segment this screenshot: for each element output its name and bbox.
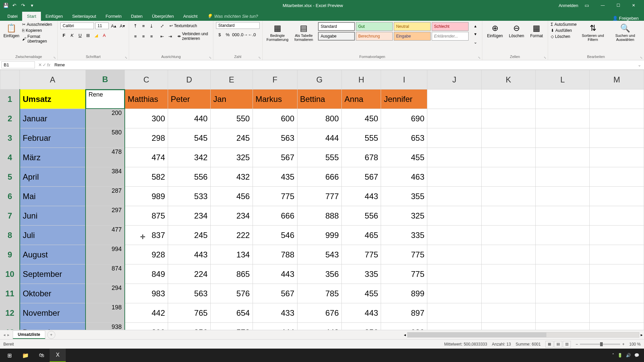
cell-A1[interactable]: Umsatz xyxy=(20,89,86,109)
cell-L11[interactable] xyxy=(535,284,589,303)
cell-E12[interactable]: 654 xyxy=(210,303,253,323)
cell-H8[interactable]: 465 xyxy=(342,226,381,245)
cell-L8[interactable] xyxy=(535,226,589,245)
cell-K8[interactable] xyxy=(481,226,535,245)
copy-button[interactable]: ⎘Kopieren xyxy=(22,28,55,33)
cell-B10[interactable]: 874 xyxy=(86,264,125,284)
align-top-icon[interactable]: ⤒ xyxy=(132,22,139,29)
cell-C10[interactable]: 849 xyxy=(125,264,168,284)
cell-K4[interactable] xyxy=(481,148,535,167)
volume-icon[interactable]: 🔊 xyxy=(626,353,631,358)
cell-E1[interactable]: Jan xyxy=(210,89,253,109)
format-painter-button[interactable]: 🖌Format übertragen xyxy=(22,34,55,44)
decrease-font-icon[interactable]: A▾ xyxy=(119,22,126,29)
styles-scroll-down-icon[interactable]: ▾ xyxy=(472,30,479,38)
cell-C8[interactable]: 837 xyxy=(125,226,168,245)
column-header-H[interactable]: H xyxy=(342,70,381,89)
cell-M9[interactable] xyxy=(590,245,644,264)
cell-B4[interactable]: 478 xyxy=(86,148,125,167)
cell-C4[interactable]: 474 xyxy=(125,148,168,167)
cell-F2[interactable]: 600 xyxy=(253,109,297,128)
border-button[interactable]: ⊞ xyxy=(85,32,92,39)
row-header-8[interactable]: 8 xyxy=(0,226,20,245)
cell-I10[interactable]: 775 xyxy=(381,264,427,284)
cell-C3[interactable]: 298 xyxy=(125,128,168,148)
cell-K5[interactable] xyxy=(481,167,535,187)
tab-ansicht[interactable]: Ansicht xyxy=(178,12,202,21)
cell-L7[interactable] xyxy=(535,206,589,226)
cell-B11[interactable]: 294 xyxy=(86,284,125,303)
cell-M4[interactable] xyxy=(590,148,644,167)
cell-B6[interactable]: 287 xyxy=(86,187,125,206)
tab-datei[interactable]: Datei xyxy=(3,12,22,21)
cell-H3[interactable]: 555 xyxy=(342,128,381,148)
cell-J11[interactable] xyxy=(427,284,481,303)
cell-I4[interactable]: 455 xyxy=(381,148,427,167)
merge-center-button[interactable]: ⇼Verbinden und zentrieren xyxy=(177,32,210,41)
excel-taskbar-icon[interactable]: X xyxy=(50,349,66,362)
zoom-level[interactable]: 100 % xyxy=(629,342,641,347)
tab-start[interactable]: Start xyxy=(22,12,41,21)
cell-J5[interactable] xyxy=(427,167,481,187)
cell-M13[interactable] xyxy=(590,323,644,330)
insert-cells-button[interactable]: ⊕Einfügen xyxy=(485,22,505,40)
cancel-formula-icon[interactable]: ✕ xyxy=(38,62,42,67)
cell-A7[interactable]: Juni xyxy=(20,206,86,226)
style-berechnung[interactable]: Berechnung xyxy=(356,32,393,41)
cell-G8[interactable]: 999 xyxy=(297,226,342,245)
paste-button[interactable]: 📋 Einfügen xyxy=(3,22,20,40)
store-icon[interactable]: 🛍 xyxy=(34,349,50,362)
cell-L10[interactable] xyxy=(535,264,589,284)
style-ausgabe[interactable]: Ausgabe xyxy=(318,32,355,41)
cell-G1[interactable]: Bettina xyxy=(297,89,342,109)
cell-I2[interactable]: 690 xyxy=(381,109,427,128)
column-header-C[interactable]: C xyxy=(125,70,168,89)
column-header-K[interactable]: K xyxy=(481,70,535,89)
cell-I8[interactable]: 335 xyxy=(381,226,427,245)
cell-H13[interactable]: 356 xyxy=(342,323,381,330)
sort-filter-button[interactable]: ⇅Sortieren und Filtern xyxy=(579,22,607,43)
formula-input[interactable]: Rene xyxy=(52,62,635,68)
row-header-5[interactable]: 5 xyxy=(0,167,20,187)
cell-B5[interactable]: 384 xyxy=(86,167,125,187)
align-bottom-icon[interactable]: ⤓ xyxy=(148,22,155,29)
increase-decimal-icon[interactable]: .0→ xyxy=(240,31,248,38)
add-sheet-button[interactable]: + xyxy=(47,331,55,339)
italic-button[interactable]: K xyxy=(68,32,76,39)
cell-M6[interactable] xyxy=(590,187,644,206)
cell-E7[interactable]: 234 xyxy=(210,206,253,226)
cell-D1[interactable]: Peter xyxy=(168,89,210,109)
cell-G13[interactable]: 443 xyxy=(297,323,342,330)
cell-M11[interactable] xyxy=(590,284,644,303)
cell-J10[interactable] xyxy=(427,264,481,284)
view-page-break-icon[interactable]: ▥ xyxy=(563,341,571,348)
column-header-J[interactable]: J xyxy=(427,70,481,89)
cell-B8[interactable]: 477 xyxy=(86,226,125,245)
cell-L4[interactable] xyxy=(535,148,589,167)
cell-K11[interactable] xyxy=(481,284,535,303)
cell-D8[interactable]: 245 xyxy=(168,226,210,245)
cell-E11[interactable]: 576 xyxy=(210,284,253,303)
cell-I6[interactable]: 355 xyxy=(381,187,427,206)
cell-E13[interactable]: 578 xyxy=(210,323,253,330)
cell-B13[interactable]: 938 xyxy=(86,323,125,330)
cell-L13[interactable] xyxy=(535,323,589,330)
comma-icon[interactable]: 000 xyxy=(232,31,239,38)
tell-me-search[interactable]: 💡 Was möchten Sie tun? xyxy=(202,12,263,21)
column-header-E[interactable]: E xyxy=(210,70,253,89)
horizontal-scrollbar[interactable]: ◂ ▸ xyxy=(402,332,644,338)
cell-G9[interactable]: 543 xyxy=(297,245,342,264)
cell-F13[interactable]: 444 xyxy=(253,323,297,330)
column-header-F[interactable]: F xyxy=(253,70,297,89)
undo-icon[interactable]: ↶ xyxy=(11,2,17,8)
style-erklaerender[interactable]: Erklärender... xyxy=(432,32,469,41)
cell-K2[interactable] xyxy=(481,109,535,128)
cell-D11[interactable]: 563 xyxy=(168,284,210,303)
cell-A9[interactable]: August xyxy=(20,245,86,264)
cell-G11[interactable]: 785 xyxy=(297,284,342,303)
font-size-select[interactable]: 11 xyxy=(95,22,109,29)
font-name-select[interactable]: Calibri xyxy=(60,22,94,29)
cell-B9[interactable]: 994 xyxy=(86,245,125,264)
cell-A8[interactable]: Juli xyxy=(20,226,86,245)
cell-A4[interactable]: März xyxy=(20,148,86,167)
